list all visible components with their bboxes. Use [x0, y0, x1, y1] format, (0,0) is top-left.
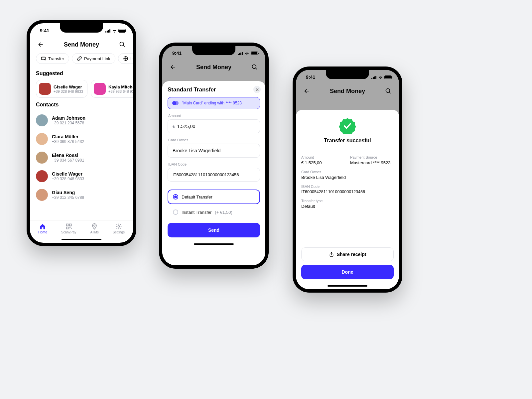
iban-input[interactable]: IT60005428111010000000123456 [168, 168, 260, 182]
suggested-contact[interactable]: Giselle Wager +39 328 948 9833 [36, 80, 87, 98]
signal-icon [371, 75, 377, 79]
share-icon [329, 252, 334, 257]
close-icon [256, 88, 259, 91]
filter-chips: Transfer Payment Link In [30, 53, 133, 68]
tab-settings[interactable]: Settings [113, 223, 125, 234]
share-label: Share receipt [337, 252, 366, 257]
contact-row[interactable]: Giau Seng +39 012 345 6789 [30, 186, 133, 204]
tab-scan2pay[interactable]: Scan2Pay [61, 223, 76, 234]
home-indicator [301, 283, 394, 289]
card-pill-text: "Main Card" ending with **** 9523 [182, 101, 242, 105]
tab-label: Home [38, 230, 47, 234]
notch [60, 23, 103, 33]
search-button[interactable] [250, 63, 259, 72]
contact-row[interactable]: Clara Müller +39 069 876 5432 [30, 130, 133, 148]
amount-input[interactable]: € 1.525,00 [168, 119, 260, 133]
arrow-left-icon [37, 41, 44, 48]
arrow-left-icon [170, 64, 176, 70]
notch [192, 46, 235, 55]
back-button[interactable] [168, 63, 178, 72]
chip-label: Transfer [48, 56, 64, 61]
back-button[interactable] [302, 86, 311, 96]
search-icon [385, 88, 392, 94]
kv-iban: IBAN Code IT60005428111010000000123456 [301, 185, 394, 194]
avatar [39, 83, 51, 95]
kv-type: Transfer type Default [301, 199, 394, 209]
svg-point-8 [252, 65, 256, 69]
globe-icon [123, 56, 128, 61]
mastercard-icon [172, 101, 179, 105]
pin-icon [91, 223, 98, 230]
chip-label: In [130, 56, 133, 61]
svg-point-10 [175, 101, 179, 105]
gear-icon [115, 223, 122, 230]
close-button[interactable] [253, 86, 261, 93]
kv-key: Transfer type [301, 199, 394, 203]
chip-international[interactable]: In [118, 53, 133, 64]
avatar [94, 83, 106, 95]
contact-phone: +39 983 648 91 [108, 89, 133, 93]
radio-icon [173, 209, 178, 215]
svg-rect-3 [66, 224, 68, 226]
svg-point-0 [120, 42, 124, 46]
search-button[interactable] [118, 40, 127, 49]
wifi-icon [378, 75, 383, 79]
option-default-transfer[interactable]: Default Transfer [168, 190, 260, 204]
battery-icon [251, 52, 258, 55]
home-indicator [30, 236, 133, 243]
divider [296, 151, 399, 151]
status-time: 9:41 [40, 28, 49, 33]
amount-label: Amount [168, 114, 260, 118]
page-title: Send Money [64, 41, 99, 48]
status-indicators [371, 75, 392, 79]
tab-label: Scan2Pay [61, 230, 76, 234]
kv-owner: Card Owner Brooke Lisa Wagerfield [301, 170, 394, 180]
radio-icon [173, 194, 178, 200]
contacts-heading: Contacts [30, 99, 133, 111]
contact-name: Adam Johnson [52, 115, 85, 121]
chip-transfer[interactable]: Transfer [36, 53, 69, 64]
kv-amount: Amount € 1.525,00 [301, 155, 345, 165]
suggested-contact[interactable]: Kayla Mitche +39 983 648 91 [91, 80, 133, 98]
suggested-row[interactable]: Giselle Wager +39 328 948 9833 Kayla Mit… [30, 80, 133, 99]
tab-home[interactable]: Home [38, 223, 47, 234]
kv-key: Payment Source [350, 155, 394, 159]
owner-value: Brooke Lisa Wagerfield [173, 148, 220, 153]
status-indicators [238, 52, 258, 55]
battery-icon [384, 75, 392, 79]
share-receipt-button[interactable]: Share receipt [301, 247, 394, 261]
option-fee: (+ €1,50) [215, 210, 232, 215]
avatar [36, 152, 48, 164]
phone-send-money-list: 9:41 Send Money Transfer Payment [27, 20, 136, 246]
contact-phone: +39 034 567 8901 [52, 158, 84, 163]
owner-input[interactable]: Brooke Lisa Wagerfield [168, 144, 260, 158]
tab-atms[interactable]: ATMs [90, 223, 98, 234]
avatar [36, 114, 48, 126]
search-button[interactable] [384, 86, 393, 96]
qr-icon [66, 223, 72, 230]
option-instant-transfer[interactable]: Instant Transfer (+ €1,50) [168, 206, 260, 218]
avatar [36, 189, 48, 201]
kv-key: IBAN Code [301, 185, 394, 189]
svg-point-7 [118, 226, 119, 227]
chip-payment-link[interactable]: Payment Link [72, 53, 115, 64]
svg-point-11 [386, 89, 390, 93]
contact-row[interactable]: Adam Johnson +39 021 234 5678 [30, 111, 133, 130]
source-card-pill[interactable]: "Main Card" ending with **** 9523 [168, 97, 260, 109]
done-button[interactable]: Done [301, 265, 394, 279]
contact-row[interactable]: Giselle Wager +39 328 948 9833 [30, 167, 133, 186]
svg-rect-4 [69, 224, 71, 226]
back-button[interactable] [36, 40, 45, 49]
send-button[interactable]: Send [168, 223, 260, 237]
kv-key: Amount [301, 155, 345, 159]
page-header: Send Money [162, 61, 265, 76]
svg-point-6 [94, 225, 95, 226]
option-label: Instant Transfer [182, 210, 211, 215]
avatar [36, 133, 48, 145]
contact-row[interactable]: Elena Rossi +39 034 567 8901 [30, 148, 133, 167]
arrow-left-icon [303, 88, 310, 94]
contact-name: Giselle Wager [54, 84, 83, 89]
status-indicators [105, 29, 126, 33]
page-title: Send Money [196, 64, 231, 71]
card-arrow-icon [41, 56, 46, 61]
